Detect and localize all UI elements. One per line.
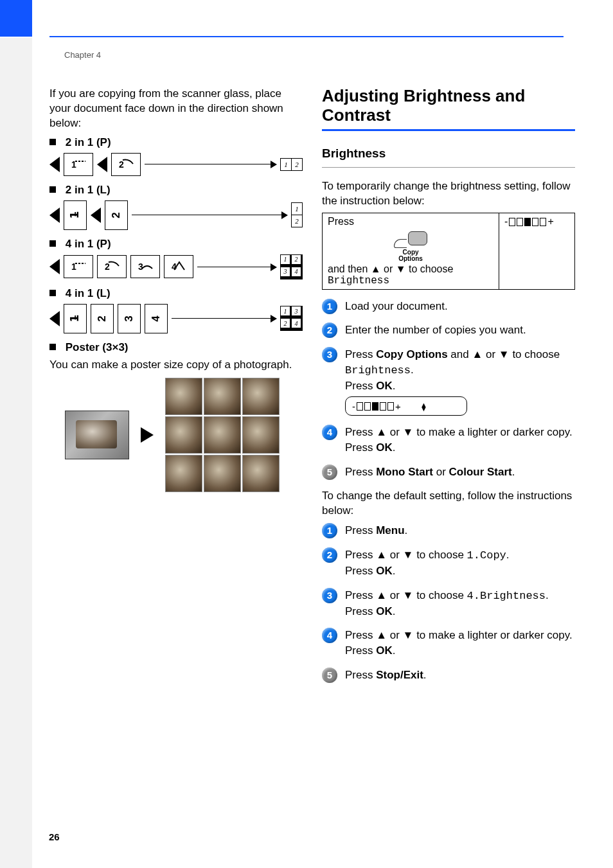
step-b2: 2 Press ▲ or ▼ to choose 1.Copy. Press O… — [322, 547, 575, 579]
down-arrow-icon: ▼ — [403, 549, 414, 561]
option-2in1-l: 2 in 1 (L) — [49, 184, 303, 197]
step-b4-text: Press ▲ or ▼ to make a lighter or darker… — [345, 629, 573, 657]
page-2-landscape: 2 — [111, 153, 141, 176]
page-number: 26 — [49, 831, 60, 842]
bullet-icon — [49, 139, 56, 145]
page-1-portrait: 1̵ — [64, 304, 87, 333]
page-2-portrait: 2 — [91, 304, 114, 333]
page-1-landscape: 1 — [64, 255, 93, 278]
feed-arrow-icon — [49, 311, 60, 326]
svg-text:3: 3 — [138, 261, 143, 272]
cell-1: 1 — [281, 255, 290, 264]
step-a5-text: Press Mono Start or Colour Start. — [345, 466, 515, 478]
step-b3-text: Press ▲ or ▼ to choose 4.Brightness. Pre… — [345, 589, 549, 617]
step-number-icon: 2 — [322, 323, 337, 338]
feed-arrow-icon — [49, 208, 60, 223]
poster-description: You can make a poster size copy of a pho… — [49, 358, 303, 373]
step-number-icon: 1 — [322, 523, 337, 538]
page-side-band — [0, 38, 32, 868]
result-2in1-l: 1 2 — [291, 202, 303, 227]
diagram-4in1-l: 1̵ 2 3 4 1 3 2 4 — [49, 304, 303, 333]
chapter-label: Chapter 4 — [64, 50, 101, 60]
result-4in1-p: 1 2 3 4 — [280, 254, 303, 279]
feed-arrow-icon — [49, 259, 60, 274]
bullet-icon — [49, 344, 56, 350]
default-setting-intro: To change the default setting, follow th… — [322, 489, 575, 518]
cell-1: 1 — [281, 159, 291, 170]
option-poster: Poster (3×3) — [49, 341, 303, 354]
cell-4: 4 — [292, 319, 301, 328]
step-number-icon: 5 — [322, 668, 337, 683]
page-3-portrait: 3 — [118, 304, 141, 333]
step-number-icon: 3 — [322, 588, 337, 603]
step-b1-text: Press Menu. — [345, 524, 407, 536]
page-3-landscape: 3 — [130, 255, 160, 278]
copy-options-button-graphic: CopyOptions — [328, 231, 493, 262]
step-number-icon: 4 — [322, 628, 337, 643]
option-4in1-p-label: 4 in 1 (P) — [66, 238, 111, 250]
down-arrow-icon: ▼ — [403, 589, 414, 601]
feed-arrow-icon — [97, 157, 107, 172]
poster-result-grid — [165, 378, 280, 492]
feed-arrow-icon — [91, 208, 101, 223]
cell-1: 1 — [281, 306, 290, 315]
step-number-icon: 2 — [322, 547, 337, 563]
up-arrow-icon: ▲ — [376, 549, 387, 561]
poster-tile — [165, 378, 202, 415]
result-4in1-l: 1 3 2 4 — [280, 306, 303, 331]
step-a3: 3 Press Copy Options and ▲ or ▼ to choos… — [322, 347, 575, 416]
page-4-landscape: 4 — [164, 255, 193, 278]
lcd-display: -+ ▲▼ — [345, 396, 467, 416]
step-b1: 1 Press Menu. — [322, 523, 575, 538]
result-arrow-icon — [141, 427, 154, 443]
heading-rule — [322, 129, 575, 131]
result-2in1-p: 1 2 — [280, 158, 303, 171]
step-number-icon: 3 — [322, 347, 337, 362]
poster-tile — [204, 378, 241, 415]
poster-tile — [242, 378, 280, 415]
panel-brightness-mono: Brightness — [328, 275, 493, 287]
step-b4: 4 Press ▲ or ▼ to make a lighter or dark… — [322, 628, 575, 659]
brightness-panel-table: Press CopyOptions and then ▲ or ▼ to cho… — [322, 213, 575, 290]
up-arrow-icon: ▲ — [371, 263, 381, 274]
poster-tile — [165, 416, 202, 454]
option-2in1-l-label: 2 in 1 (L) — [66, 184, 111, 196]
header-rule — [49, 36, 564, 37]
step-b2-text: Press ▲ or ▼ to choose 1.Copy. Press OK. — [345, 549, 510, 577]
option-2in1-p: 2 in 1 (P) — [49, 136, 303, 149]
copy-label-line2: Options — [398, 255, 423, 262]
option-2in1-p-label: 2 in 1 (P) — [66, 136, 111, 148]
heading-adjusting: Adjusting Brightness and Contrast — [322, 87, 575, 125]
option-4in1-l: 4 in 1 (L) — [49, 287, 303, 300]
left-column: If you are copying from the scanner glas… — [49, 87, 303, 692]
step-b3: 3 Press ▲ or ▼ to choose 4.Brightness. P… — [322, 588, 575, 619]
diagram-2in1-l: 1̵ 2 1 2 — [49, 200, 303, 230]
step-a5: 5 Press Mono Start or Colour Start. — [322, 465, 575, 480]
step-number-icon: 1 — [322, 299, 337, 314]
page-2-landscape: 2 — [97, 255, 127, 278]
step-a1: 1 Load your document. — [322, 299, 575, 314]
diagram-4in1-p: 1 2 3 4 1 2 3 4 — [49, 254, 303, 279]
page-4-portrait: 4 — [145, 304, 168, 333]
bullet-icon — [49, 240, 56, 247]
step-a1-text: Load your document. — [345, 300, 448, 312]
cell-2: 2 — [292, 255, 301, 264]
subheading-rule — [322, 167, 575, 168]
step-a3-text: Press Copy Options and ▲ or ▼ to choose … — [345, 348, 560, 392]
diagram-2in1-p: 1 2 1 2 — [49, 153, 303, 176]
page-1-portrait: 1̵ — [64, 200, 87, 230]
up-arrow-icon: ▲ — [376, 426, 387, 438]
result-arrow-icon — [197, 267, 276, 267]
option-4in1-l-label: 4 in 1 (L) — [66, 287, 111, 299]
poster-tile — [242, 416, 280, 454]
cell-3: 3 — [281, 267, 290, 276]
cell-2: 2 — [292, 159, 302, 170]
poster-tile — [204, 455, 241, 492]
up-arrow-icon: ▲ — [376, 629, 387, 641]
right-column: Adjusting Brightness and Contrast Bright… — [322, 87, 575, 692]
poster-source-photo — [65, 411, 129, 459]
page-1-landscape: 1 — [64, 153, 93, 176]
option-4in1-p: 4 in 1 (P) — [49, 238, 303, 251]
brightness-intro: To temporarily change the brightness set… — [322, 179, 575, 209]
step-b5: 5 Press Stop/Exit. — [322, 668, 575, 683]
